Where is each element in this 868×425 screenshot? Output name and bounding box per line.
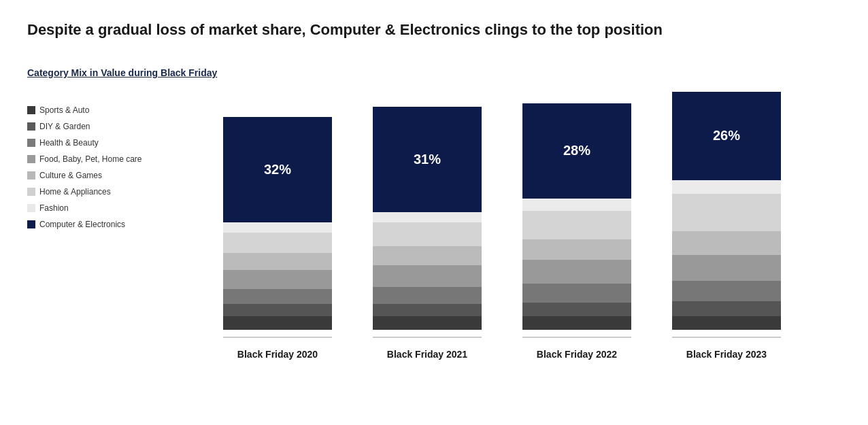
- bar-x-label: Black Friday 2021: [387, 349, 467, 360]
- legend-color-box: [27, 188, 35, 196]
- bar-stack: 28%: [522, 103, 631, 330]
- bar-segment: [223, 270, 332, 289]
- legend-item: Culture & Games: [27, 171, 163, 180]
- legend-color-box: [27, 155, 35, 163]
- bar-stack: 31%: [373, 107, 482, 330]
- bar-segment: [522, 239, 631, 260]
- legend-label: Food, Baby, Pet, Home care: [39, 154, 142, 164]
- bar-segment: [223, 233, 332, 253]
- bar-segment: [672, 194, 781, 231]
- axis-line: [522, 337, 631, 338]
- bar-segment: [672, 255, 781, 281]
- bar-segment: 32%: [223, 117, 332, 222]
- bar-segment: [672, 180, 781, 194]
- legend-label: Health & Beauty: [39, 138, 99, 148]
- bar-stack: 32%: [223, 117, 332, 330]
- bar-segment: [223, 304, 332, 316]
- bar-segment: [373, 246, 482, 265]
- bar-percentage: 31%: [414, 152, 441, 167]
- bar-x-label: Black Friday 2023: [686, 349, 767, 360]
- bar-segment: [672, 231, 781, 255]
- bar-segment: [522, 260, 631, 284]
- bar-segment: [373, 212, 482, 222]
- chart-area: Sports & Auto DIY & Garden Health & Beau…: [27, 92, 841, 360]
- chart-title: Category Mix in Value during Black Frida…: [27, 67, 841, 78]
- bar-segment: [373, 265, 482, 287]
- legend-label: Culture & Games: [39, 171, 102, 180]
- bar-segment: [223, 222, 332, 233]
- bar-percentage: 28%: [563, 143, 590, 158]
- bars-section: 32%Black Friday 202031%Black Friday 2021…: [163, 92, 841, 360]
- bar-segment: 28%: [522, 103, 631, 199]
- bar-group: 28%Black Friday 2022: [522, 103, 631, 360]
- legend-color-box: [27, 139, 35, 147]
- bar-segment: [672, 316, 781, 330]
- legend-color-box: [27, 204, 35, 212]
- legend-color-box: [27, 106, 35, 114]
- bar-segment: [672, 281, 781, 301]
- bar-segment: [373, 304, 482, 316]
- bar-percentage: 32%: [264, 162, 291, 177]
- bar-group: 31%Black Friday 2021: [373, 107, 482, 360]
- bar-segment: [522, 284, 631, 303]
- bar-segment: [223, 316, 332, 330]
- legend-item: Computer & Electronics: [27, 220, 163, 229]
- axis-line: [672, 337, 781, 338]
- legend-item: DIY & Garden: [27, 122, 163, 131]
- bar-segment: [373, 222, 482, 246]
- bar-segment: [223, 289, 332, 304]
- legend-label: Home & Appliances: [39, 187, 111, 197]
- legend-label: Sports & Auto: [39, 105, 89, 115]
- bar-x-label: Black Friday 2020: [237, 349, 318, 360]
- legend-color-box: [27, 220, 35, 228]
- axis-line: [223, 337, 332, 338]
- bar-segment: [522, 303, 631, 316]
- bar-segment: 31%: [373, 107, 482, 212]
- legend-item: Health & Beauty: [27, 138, 163, 148]
- legend-item: Food, Baby, Pet, Home care: [27, 154, 163, 164]
- bar-group: 26%Black Friday 2023: [672, 92, 781, 360]
- legend-item: Sports & Auto: [27, 105, 163, 115]
- bar-segment: [373, 316, 482, 330]
- bar-segment: 26%: [672, 92, 781, 180]
- page-title: Despite a gradual loss of market share, …: [27, 20, 841, 40]
- bar-segment: [522, 316, 631, 330]
- bar-segment: [672, 301, 781, 316]
- legend-label: Computer & Electronics: [39, 220, 125, 229]
- bar-x-label: Black Friday 2022: [537, 349, 617, 360]
- legend-item: Fashion: [27, 203, 163, 213]
- bars-row: 32%Black Friday 202031%Black Friday 2021…: [163, 92, 841, 360]
- bar-percentage: 26%: [713, 128, 740, 143]
- legend-item: Home & Appliances: [27, 187, 163, 197]
- legend-color-box: [27, 122, 35, 131]
- bar-stack: 26%: [672, 92, 781, 330]
- axis-line: [373, 337, 482, 338]
- chart-legend: Sports & Auto DIY & Garden Health & Beau…: [27, 92, 163, 229]
- bar-segment: [522, 211, 631, 239]
- bar-segment: [522, 199, 631, 211]
- bar-group: 32%Black Friday 2020: [223, 117, 332, 360]
- legend-color-box: [27, 171, 35, 180]
- page-container: Despite a gradual loss of market share, …: [27, 20, 841, 360]
- legend-label: DIY & Garden: [39, 122, 90, 131]
- legend-label: Fashion: [39, 203, 69, 213]
- bar-segment: [223, 253, 332, 270]
- bar-segment: [373, 287, 482, 304]
